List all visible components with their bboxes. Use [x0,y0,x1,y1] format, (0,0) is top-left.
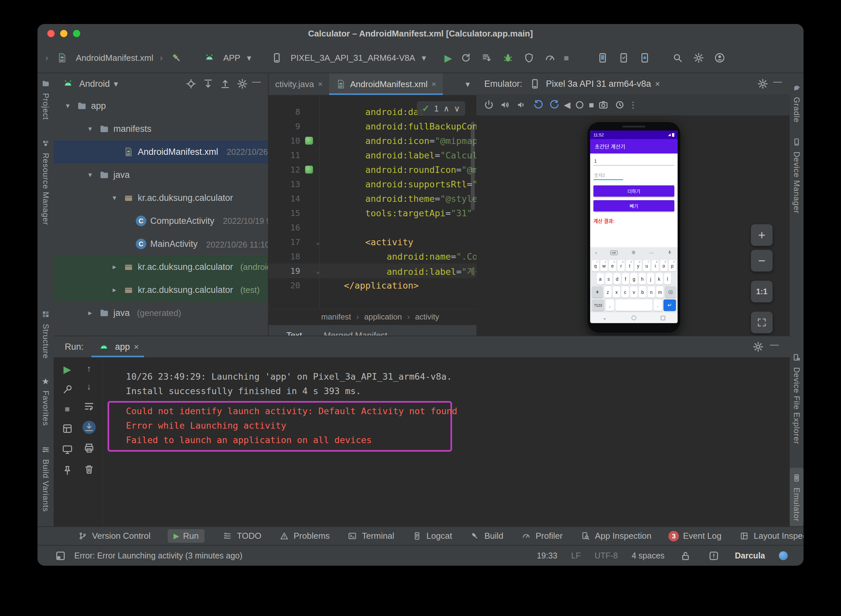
running-devices-icon[interactable] [595,51,610,65]
print-icon[interactable] [82,442,96,455]
hide-panel-icon[interactable]: — [252,76,261,91]
debug-button[interactable] [501,51,515,65]
tree-row-manifests[interactable]: ▾ manifests [54,117,268,140]
avatar[interactable] [712,51,727,65]
comma-key[interactable]: , [606,299,614,311]
gif-key[interactable]: GIF [610,251,618,255]
sidebar-item-device-file-explorer[interactable]: Device File Explorer [790,352,804,444]
run-button[interactable]: ▶ [445,52,452,64]
snapshots-icon[interactable] [612,98,627,112]
caret-position[interactable]: 19:33 [537,551,558,560]
bottom-tab-terminal[interactable]: Terminal [347,531,394,542]
edit-configuration-icon[interactable] [61,383,74,396]
monitor-icon[interactable] [61,443,74,456]
add-button[interactable]: 더하기 [593,185,674,197]
key-w[interactable]: 2w [600,260,608,271]
prev-problem-icon[interactable]: ∧ [443,104,449,113]
minimize-button[interactable] [60,30,68,37]
back-icon[interactable]: ◀ [564,100,570,110]
down-stack-trace-icon[interactable]: ↓ [87,381,91,392]
chevron-down-icon[interactable]: ▾ [110,194,119,202]
lock-icon[interactable] [678,549,693,563]
key-y[interactable]: 6y [634,260,642,271]
line-ending[interactable]: LF [571,551,581,560]
pin-tab-icon[interactable] [61,464,74,477]
bottom-tab-layout-inspector[interactable]: Layout Inspector [738,531,804,542]
zoom-button[interactable] [73,30,80,37]
breadcrumb-expand-icon[interactable]: › [45,53,48,63]
apply-changes-button[interactable] [459,51,473,65]
run-config-chevron-icon[interactable]: ▾ [247,53,251,63]
period-key[interactable]: . [654,299,662,311]
device-selector[interactable]: PIXEL_3A_API_31_ARM64-V8A [291,53,415,63]
device-selector-chevron-icon[interactable]: ▾ [422,53,426,63]
next-problem-icon[interactable]: ∨ [454,104,460,113]
run-config-selector[interactable]: APP [223,53,240,63]
apply-code-changes-button[interactable] [480,51,494,65]
file-encoding[interactable]: UTF-8 [594,551,618,560]
nav-back-icon[interactable]: ⌄ [603,315,607,321]
tab-text[interactable]: Text [284,325,305,336]
key-e[interactable]: 3e [609,260,616,271]
run-console[interactable]: 10/26 23:49:29: Launching 'app' on Pixel… [103,358,790,527]
close-tab-icon[interactable]: × [432,79,436,89]
keyboard-settings-icon[interactable] [631,250,636,256]
sidebar-item-favorites[interactable]: ★ Favorites [37,376,54,426]
chevron-right-icon[interactable]: ▸ [110,263,119,271]
breadcrumb-application[interactable]: application [364,312,402,321]
hide-panel-icon[interactable]: — [770,340,779,354]
symbols-key[interactable]: ?123 [592,299,604,311]
inspections-widget[interactable]: ✓ 1 ∧ ∨ [417,101,465,116]
sidebar-item-emulator[interactable]: Emulator [790,468,804,526]
tool-window-switcher-icon[interactable] [53,549,68,563]
key-d[interactable]: d [614,273,621,285]
key-x[interactable]: x [613,286,620,298]
device-screen[interactable]: 11:52 초간단 계산기 1 숫자2 더하기 [590,131,678,323]
shift-key[interactable] [592,286,603,298]
space-key[interactable] [615,299,652,311]
notifications-icon[interactable] [706,549,721,563]
overview-icon[interactable]: ■ [589,100,594,110]
soft-wrap-icon[interactable] [82,400,96,413]
key-h[interactable]: h [639,273,646,285]
tab-merged-manifest[interactable]: Merged Manifest [321,325,390,336]
number2-input[interactable]: 숫자2 [593,170,623,180]
key-g[interactable]: g [630,273,637,285]
chevron-right-icon[interactable]: ▸ [85,309,95,317]
key-u[interactable]: 7u [643,260,650,271]
rerun-button[interactable]: ▶ [63,364,71,375]
backspace-key[interactable] [665,286,676,298]
enter-key[interactable]: ↵ [663,299,676,311]
home-icon[interactable] [572,98,587,112]
key-v[interactable]: v [630,286,637,298]
locate-file-icon[interactable] [184,76,198,91]
breadcrumb-activity[interactable]: activity [415,312,439,321]
screenshot-icon[interactable] [596,98,611,112]
close-button[interactable] [47,30,54,37]
emulator-tab[interactable]: Pixel 3a API 31 arm64-v8a × [528,76,660,91]
chevron-down-icon[interactable]: ▾ [85,125,95,133]
tree-row-package[interactable]: ▾ kr.ac.duksung.calculator [54,186,268,210]
tree-row-test-package[interactable]: ▸ kr.ac.duksung.calculator (test) [54,279,268,301]
bottom-tab-app-inspection[interactable]: App Inspection [580,531,651,542]
launcher-icon-preview[interactable] [305,166,313,173]
close-tab-icon[interactable]: × [655,79,660,89]
build-hammer-icon[interactable] [169,51,184,65]
hide-panel-icon[interactable]: — [773,76,782,91]
collapse-suggestions-icon[interactable]: ‹ [595,250,597,255]
key-m[interactable]: m [656,286,663,298]
chevron-down-icon[interactable]: ▾ [85,171,95,179]
volume-down-icon[interactable] [515,98,529,112]
key-c[interactable]: c [621,286,629,298]
tree-row-androidmanifest[interactable]: MF AndroidManifest.xml 2022/10/26 10:2 [54,140,268,163]
tree-row-java-generated[interactable]: ▸ java (generated) [54,301,268,324]
more-suggestions-icon[interactable]: ⋯ [649,250,654,255]
toolbar-breadcrumb-file[interactable]: AndroidManifest.xml [76,53,154,63]
tree-row-app[interactable]: ▾ app [54,94,268,117]
sidebar-item-build-variants[interactable]: Build Variants [37,444,54,512]
breadcrumb-manifest[interactable]: manifest [321,312,351,321]
bottom-tab-problems[interactable]: Problems [279,531,330,542]
project-view-chevron-icon[interactable]: ▾ [114,79,118,89]
rotate-right-icon[interactable] [547,98,562,112]
stop-button[interactable]: ■ [564,53,569,63]
